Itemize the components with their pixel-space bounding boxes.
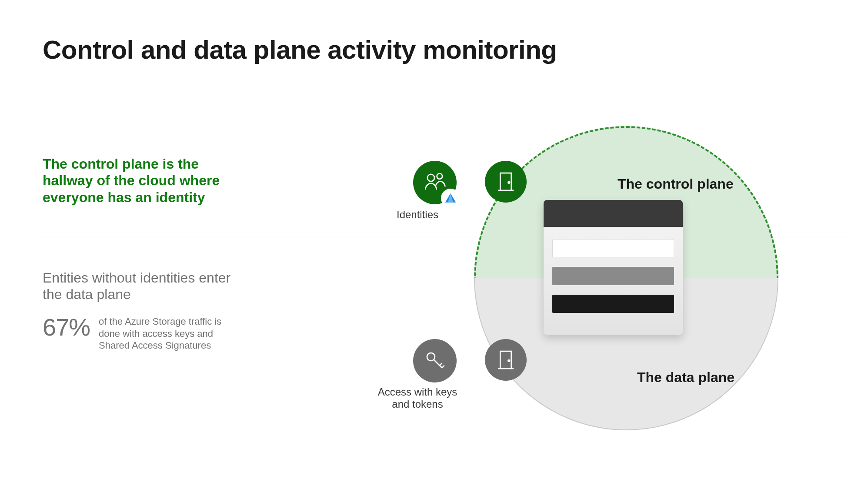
door-icon-top <box>485 161 527 203</box>
stat-value: 67% <box>43 313 90 341</box>
svg-point-7 <box>508 182 510 183</box>
access-keys-label: Access with keys and tokens <box>374 386 461 410</box>
stat-caption: of the Azure Storage traffic is done wit… <box>99 313 229 352</box>
data-plane-description: Entities without identities enter the da… <box>43 269 243 303</box>
svg-point-8 <box>427 353 435 361</box>
resource-box-icon <box>544 200 683 335</box>
control-plane-description: The control plane is the hallway of the … <box>43 156 243 206</box>
svg-point-1 <box>437 173 443 179</box>
azure-ad-icon <box>442 190 459 207</box>
data-plane-label: The data plane <box>637 369 734 386</box>
identities-icon <box>413 161 457 204</box>
identities-label: Identities <box>374 209 461 221</box>
data-plane-stat: 67% of the Azure Storage traffic is done… <box>43 313 229 352</box>
access-keys-icon <box>413 339 457 383</box>
svg-point-12 <box>508 360 510 362</box>
svg-point-0 <box>427 174 434 181</box>
slide-title: Control and data plane activity monitori… <box>43 35 557 65</box>
door-icon-bottom <box>485 339 527 381</box>
control-plane-label: The control plane <box>618 176 734 192</box>
